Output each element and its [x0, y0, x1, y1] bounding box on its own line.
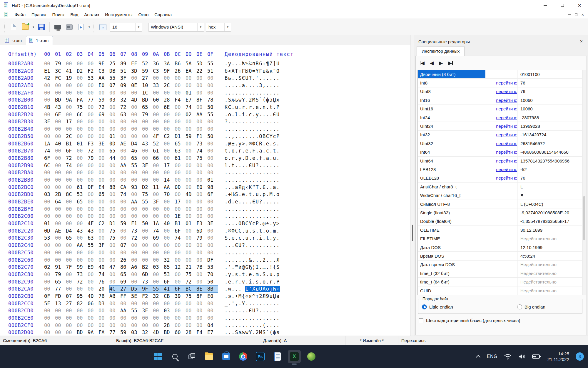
goto-link[interactable]: перейти к:: [496, 175, 517, 180]
hex-byte[interactable]: 7F: [66, 263, 77, 271]
hex-byte[interactable]: 00: [153, 104, 164, 111]
hex-byte[interactable]: 00: [186, 155, 196, 162]
hex-byte[interactable]: 00: [109, 176, 120, 184]
hex-byte[interactable]: 53: [207, 263, 218, 271]
hex-byte[interactable]: 74: [186, 104, 196, 111]
hex-byte[interactable]: AA: [120, 307, 131, 314]
tab-1-rom-active[interactable]: FB A0 1-.rom: [26, 36, 53, 45]
hex-byte[interactable]: 59: [120, 329, 131, 336]
hex-byte[interactable]: 00: [88, 314, 98, 322]
hex-byte[interactable]: 00: [88, 191, 98, 198]
decoded-text[interactable]: .w... L'ХџUAoјЋ‹: [225, 285, 280, 293]
hex-byte[interactable]: 00: [120, 205, 131, 213]
hex-byte[interactable]: 00: [164, 125, 175, 133]
hex-byte[interactable]: 00: [153, 176, 164, 184]
hex-byte[interactable]: 75: [142, 191, 153, 198]
hex-byte[interactable]: 00: [196, 213, 207, 220]
hex-byte[interactable]: 00: [196, 322, 207, 329]
hex-byte[interactable]: 00: [164, 227, 175, 235]
hex-byte[interactable]: 73: [131, 227, 142, 235]
hex-byte[interactable]: F3: [88, 140, 98, 147]
hex-byte[interactable]: 00: [66, 125, 77, 133]
hex-byte[interactable]: 79: [142, 111, 153, 118]
hex-byte[interactable]: 00: [44, 198, 55, 205]
hex-byte[interactable]: 00: [196, 242, 207, 249]
hex-byte[interactable]: 00: [207, 249, 218, 256]
hex-byte[interactable]: 7B: [98, 293, 109, 300]
goto-link[interactable]: перейти к:: [496, 106, 517, 111]
hex-byte[interactable]: 00: [131, 89, 142, 97]
nav-last-button[interactable]: ▶: [448, 60, 453, 66]
hex-byte[interactable]: 72: [98, 104, 109, 111]
inspector-row[interactable]: time_t (32 бит)Недействительно: [418, 269, 582, 278]
hex-byte[interactable]: 00: [77, 307, 88, 314]
goto-link[interactable]: перейти к:: [496, 124, 517, 129]
hex-byte[interactable]: 00: [131, 176, 142, 184]
hex-byte[interactable]: 20: [98, 285, 109, 293]
hex-byte[interactable]: CA: [120, 184, 131, 191]
hex-byte[interactable]: 00: [175, 162, 186, 169]
hex-byte[interactable]: F4: [196, 329, 207, 336]
hex-byte[interactable]: 00: [186, 140, 196, 147]
decoded-text[interactable]: ...aЯд‹К“Т.Є..а.: [225, 184, 280, 191]
hex-byte[interactable]: 00: [44, 184, 55, 191]
hex-byte[interactable]: 00: [186, 234, 196, 242]
hex-byte[interactable]: 00: [98, 176, 109, 184]
hex-byte[interactable]: 00: [207, 198, 218, 205]
hex-byte[interactable]: 00: [131, 133, 142, 140]
hex-byte[interactable]: B2: [142, 263, 153, 271]
encoding-select[interactable]: Windows (ANSI) ▾: [148, 23, 204, 32]
hex-byte[interactable]: F1: [131, 220, 142, 227]
bytes-per-row-button[interactable]: ↔: [98, 22, 108, 32]
hex-byte[interactable]: 95: [77, 293, 88, 300]
hex-byte[interactable]: 00: [55, 249, 66, 256]
hex-byte[interactable]: 00: [120, 213, 131, 220]
hex-byte[interactable]: DF: [207, 256, 218, 264]
hex-byte[interactable]: 07: [109, 82, 120, 89]
hex-byte[interactable]: 3F: [153, 198, 164, 205]
hex-byte[interactable]: 74: [153, 227, 164, 235]
close-button[interactable]: ×: [571, 0, 588, 11]
hex-byte[interactable]: 00: [66, 314, 77, 322]
hex-byte[interactable]: 00: [186, 176, 196, 184]
hex-byte[interactable]: 09: [120, 82, 131, 89]
inspector-row[interactable]: Int64перейти к:-4868600836154644660: [418, 148, 582, 157]
hex-byte[interactable]: 00: [88, 176, 98, 184]
hex-byte[interactable]: 00: [66, 329, 77, 336]
hex-byte[interactable]: 32: [142, 329, 153, 336]
inspector-row[interactable]: OLETIME30.12.1899: [418, 226, 582, 234]
hex-byte[interactable]: 72: [66, 155, 77, 162]
hex-byte[interactable]: BD: [164, 329, 175, 336]
hex-byte[interactable]: 28: [164, 322, 175, 329]
hex-byte[interactable]: 00: [175, 89, 186, 97]
view-mode-select[interactable]: hex ▾: [206, 23, 231, 32]
hex-byte[interactable]: 28: [164, 96, 175, 104]
inspector-scrollbar-thumb[interactable]: [583, 196, 585, 240]
hex-byte[interactable]: 00: [153, 213, 164, 220]
hex-byte[interactable]: 00: [88, 169, 98, 176]
hex-byte[interactable]: BC: [186, 285, 196, 293]
hex-byte[interactable]: 00: [175, 74, 186, 82]
hex-byte[interactable]: 00: [196, 104, 207, 111]
nav-prev-button[interactable]: ◀: [430, 60, 434, 66]
hex-byte[interactable]: D2: [142, 184, 153, 191]
hex-byte[interactable]: 00: [88, 249, 98, 256]
hex-byte[interactable]: 03: [164, 307, 175, 314]
hex-byte[interactable]: 00: [44, 278, 55, 286]
hex-byte[interactable]: 00: [164, 169, 175, 176]
decoded-text[interactable]: .o.l.i.c.y....ЄU: [225, 111, 280, 118]
hex-byte[interactable]: 00: [142, 314, 153, 322]
hex-byte[interactable]: 00: [186, 242, 196, 249]
hex-byte[interactable]: 00: [175, 176, 186, 184]
hex-byte[interactable]: 6F: [66, 147, 77, 155]
hex-byte[interactable]: 00: [66, 213, 77, 220]
hex-byte[interactable]: 00: [207, 118, 218, 125]
hex-byte[interactable]: 2B: [55, 191, 66, 198]
hex-byte[interactable]: 63: [175, 147, 186, 155]
hex-byte[interactable]: 00: [131, 322, 142, 329]
hex-byte[interactable]: 00: [196, 278, 207, 286]
hex-byte[interactable]: 79: [55, 271, 66, 278]
taskbar-button-task-view[interactable]: [186, 350, 198, 363]
hex-byte[interactable]: A6: [131, 263, 142, 271]
hex-byte[interactable]: 63: [120, 111, 131, 118]
